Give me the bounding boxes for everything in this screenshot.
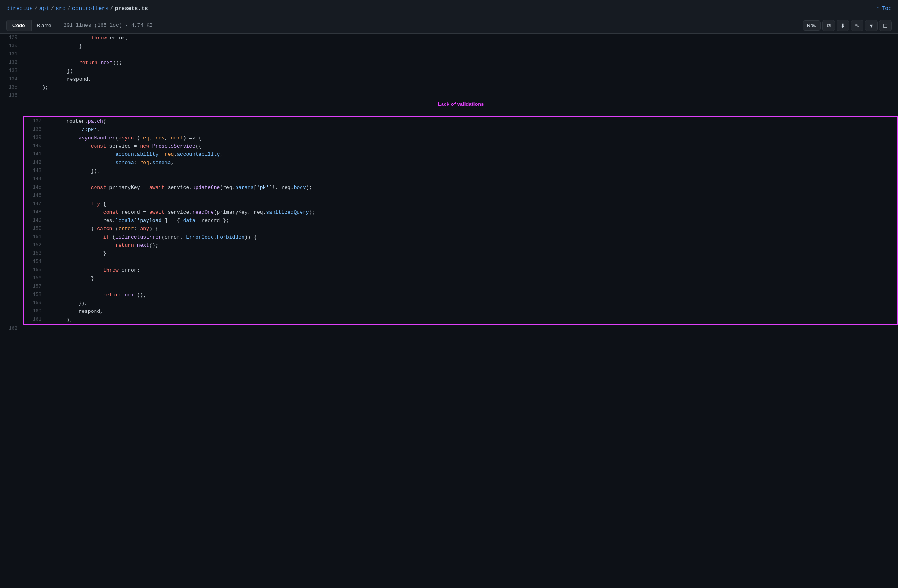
- table-row: 134 respond,: [0, 75, 898, 83]
- table-row: 145 const primaryKey = await service.upd…: [24, 183, 897, 192]
- table-row: 146: [24, 192, 897, 200]
- table-row: 156 }: [24, 274, 897, 283]
- table-row: 139 asyncHandler(async (req, res, next) …: [24, 134, 897, 142]
- edit-icon: ✎: [855, 22, 859, 29]
- raw-label: Raw: [807, 23, 816, 28]
- table-row: 150 } catch (error: any) {: [24, 225, 897, 233]
- toolbar-right: Raw ⧉ ⬇ ✎ ▾ ⊟: [803, 20, 892, 31]
- table-row: 152 return next();: [24, 241, 897, 250]
- table-row: 158 return next();: [24, 291, 897, 299]
- table-row: 141 accountability: req.accountability,: [24, 150, 897, 159]
- table-row: 142 schema: req.schema,: [24, 159, 897, 167]
- tab-blame[interactable]: Blame: [31, 20, 58, 31]
- table-row: 143 });: [24, 167, 897, 175]
- top-link[interactable]: ↑ Top: [876, 6, 892, 12]
- table-row: 157: [24, 283, 897, 291]
- table-row: 159 }),: [24, 299, 897, 307]
- breadcrumb-current-file: presets.ts: [115, 6, 148, 12]
- copy-icon: ⧉: [827, 22, 831, 29]
- table-row: 135 );: [0, 83, 898, 92]
- breadcrumb-directus[interactable]: directus: [6, 6, 33, 12]
- table-row: 162: [0, 325, 898, 333]
- top-link-label: Top: [882, 6, 892, 12]
- table-row: 148 const record = await service.readOne…: [24, 208, 897, 216]
- table-row: 153 }: [24, 250, 897, 258]
- table-row: 129 throw error;: [0, 34, 898, 42]
- table-row: 131: [0, 50, 898, 59]
- table-row: 130 }: [0, 42, 898, 50]
- toolbar-left: Code Blame 201 lines (165 loc) · 4.74 KB: [6, 20, 153, 31]
- table-row: 144: [24, 175, 897, 183]
- code-lines-before: 129 throw error; 130 } 131: [0, 34, 898, 116]
- table-row: 136 Lack of validations: [0, 92, 898, 116]
- top-arrow-icon: ↑: [876, 6, 879, 12]
- code-container: 129 throw error; 130 } 131: [0, 34, 898, 333]
- breadcrumb-api[interactable]: api: [39, 6, 49, 12]
- breadcrumb-src[interactable]: src: [56, 6, 65, 12]
- validation-box: 137 router.patch( 138 '/:pk', 139 asyncH…: [23, 116, 898, 325]
- annotated-section: 129 throw error; 130 } 131: [0, 34, 898, 333]
- table-row: 160 respond,: [24, 307, 897, 316]
- symbol-button[interactable]: ⊟: [879, 20, 892, 31]
- table-row: 137 router.patch(: [24, 117, 897, 126]
- table-row: 140 const service = new PresetsService({: [24, 142, 897, 150]
- breadcrumb-sep-2: /: [51, 6, 54, 12]
- download-button[interactable]: ⬇: [837, 20, 849, 31]
- download-icon: ⬇: [840, 22, 845, 29]
- file-meta: 201 lines (165 loc) · 4.74 KB: [63, 22, 152, 28]
- more-options-button[interactable]: ▾: [865, 20, 878, 31]
- table-row: 154: [24, 258, 897, 266]
- code-lines-after: 162: [0, 325, 898, 333]
- breadcrumb-sep-1: /: [34, 6, 37, 12]
- table-row: 147 try {: [24, 200, 897, 208]
- breadcrumb-controllers[interactable]: controllers: [72, 6, 108, 12]
- code-toolbar: Code Blame 201 lines (165 loc) · 4.74 KB…: [0, 17, 898, 34]
- breadcrumb: directus / api / src / controllers / pre…: [6, 6, 148, 12]
- table-row: 149 res.locals['payload'] = { data: reco…: [24, 216, 897, 225]
- table-row: 155 throw error;: [24, 266, 897, 274]
- symbol-icon: ⊟: [883, 22, 888, 29]
- chevron-down-icon: ▾: [870, 22, 873, 29]
- tab-code[interactable]: Code: [6, 20, 31, 31]
- table-row: 133 }),: [0, 67, 898, 75]
- copy-button[interactable]: ⧉: [822, 20, 835, 31]
- table-row: 161 );: [24, 316, 897, 324]
- annotation-label: Lack of validations: [438, 100, 484, 108]
- edit-button[interactable]: ✎: [851, 20, 863, 31]
- breadcrumb-sep-3: /: [67, 6, 70, 12]
- raw-button[interactable]: Raw: [803, 20, 821, 31]
- breadcrumb-sep-4: /: [110, 6, 113, 12]
- table-row: 151 if (isDirectusError(error, ErrorCode…: [24, 233, 897, 241]
- table-row: 138 '/:pk',: [24, 126, 897, 134]
- top-nav: directus / api / src / controllers / pre…: [0, 0, 898, 17]
- table-row: 132 return next();: [0, 59, 898, 67]
